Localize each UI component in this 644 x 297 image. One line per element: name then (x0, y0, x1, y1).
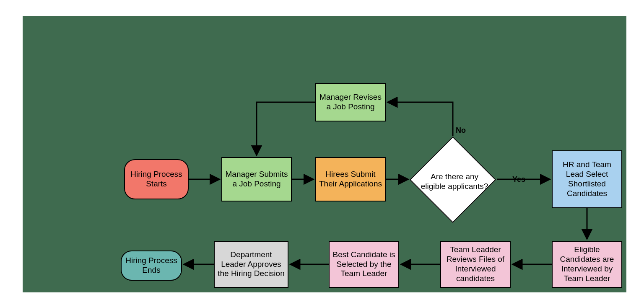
node-submit: Manager Submits a Job Posting (221, 157, 292, 201)
flowchart-canvas: Hiring Process Starts Manager Submits a … (0, 0, 644, 297)
node-decision-label-wrap: Are there any eligible applicants? (418, 159, 491, 204)
node-approve-label: Department Leader Approves the Hiring De… (217, 250, 285, 279)
node-interview: Eligible Candidates are Interviewed by T… (552, 241, 622, 288)
node-shortlist: HR and Team Lead Select Shortlisted Cand… (552, 150, 622, 208)
edge-label-yes: Yes (512, 175, 525, 184)
node-decision-label: Are there any eligible applicants? (419, 172, 490, 191)
node-shortlist-label: HR and Team Lead Select Shortlisted Cand… (555, 160, 619, 198)
node-applications: Hirees Submit Their Applications (315, 157, 386, 201)
node-revise-label: Manager Revises a Job Posting (319, 93, 382, 112)
node-end: Hiring Process Ends (121, 251, 182, 281)
node-start-label: Hiring Process Starts (127, 170, 185, 189)
node-approve: Department Leader Approves the Hiring De… (214, 241, 288, 288)
node-revise: Manager Revises a Job Posting (315, 83, 386, 121)
node-start: Hiring Process Starts (124, 159, 189, 199)
node-submit-label: Manager Submits a Job Posting (225, 170, 288, 189)
node-applications-label: Hirees Submit Their Applications (319, 170, 382, 189)
node-review-label: Team Leadder Reviews Files of Interviewe… (444, 245, 507, 283)
node-end-label: Hiring Process Ends (124, 256, 179, 275)
node-best: Best Candidate is Selected by the Team L… (329, 241, 399, 288)
node-interview-label: Eligible Candidates are Interviewed by T… (555, 245, 619, 283)
diagram-background (23, 16, 626, 292)
node-best-label: Best Candidate is Selected by the Team L… (332, 250, 396, 279)
node-review: Team Leadder Reviews Files of Interviewe… (440, 241, 511, 288)
edge-label-no: No (456, 126, 466, 135)
